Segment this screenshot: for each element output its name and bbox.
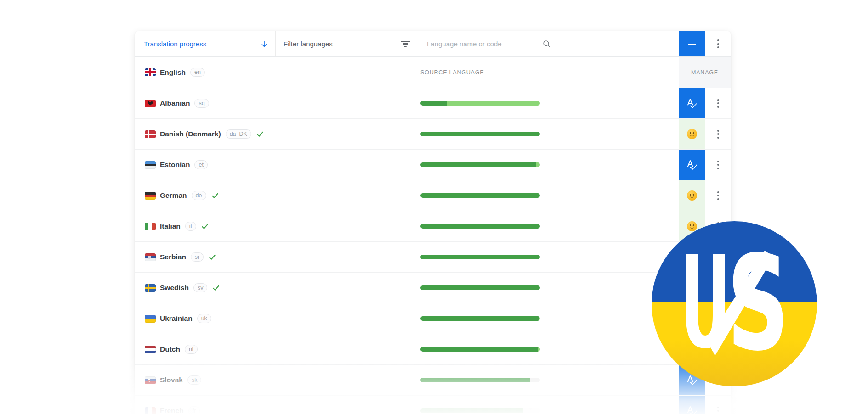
kebab-menu-icon (717, 130, 719, 139)
kebab-menu-icon (717, 99, 719, 108)
language-row[interactable]: Serbiansr (135, 242, 731, 273)
source-language-code-badge: en (190, 68, 205, 77)
language-row[interactable]: Dutchnl (135, 334, 731, 365)
smiley-face-icon (687, 129, 697, 139)
flag-icon-et (145, 161, 156, 169)
kebab-menu-icon (717, 161, 719, 169)
language-row[interactable]: Estonianet (135, 150, 731, 180)
language-name-cell: Albaniansq (135, 99, 209, 108)
translation-progress-bar (420, 285, 540, 290)
source-language-name: English (160, 68, 186, 77)
progress-translated (420, 408, 523, 413)
approved-check-icon (201, 222, 209, 230)
translation-progress-bar (420, 408, 540, 413)
progress-pending (447, 101, 540, 106)
translation-progress-bar (420, 378, 540, 382)
language-code-badge: da_DK (226, 129, 251, 139)
spellcheck-icon (686, 97, 698, 109)
translation-progress-bar (420, 255, 540, 259)
language-row[interactable]: Albaniansq (135, 88, 731, 119)
translation-progress-bar (420, 193, 540, 198)
progress-translated (420, 347, 538, 352)
kebab-menu-icon (717, 39, 719, 48)
translation-progress-bar (420, 132, 540, 136)
reviewed-status-cell (679, 119, 705, 149)
language-name: Ukrainian (160, 314, 193, 323)
add-language-button[interactable] (679, 31, 705, 56)
language-name-cell: Ukrainianuk (135, 314, 211, 323)
approved-check-icon (212, 284, 220, 292)
language-name-cell: Slovaksk (135, 375, 201, 385)
language-name-cell: Swedishsv (135, 283, 220, 292)
kebab-menu-icon (717, 407, 719, 414)
source-language-cell: English en (135, 68, 205, 77)
progress-translated (420, 285, 540, 290)
progress-translated (420, 101, 447, 106)
language-row[interactable]: Ukrainianuk (135, 303, 731, 334)
kebab-menu-icon (717, 191, 719, 200)
language-code-badge: nl (185, 345, 198, 354)
source-language-label: SOURCE LANGUAGE (420, 69, 484, 76)
language-name: Estonian (160, 161, 190, 169)
translation-progress-bar (420, 101, 540, 106)
language-code-badge: sq (194, 99, 209, 108)
language-name-cell: Dutchnl (135, 345, 198, 354)
flag-icon-english (145, 68, 156, 76)
search-input[interactable] (426, 39, 542, 48)
progress-translated (420, 316, 539, 321)
language-row[interactable]: Swedishsv (135, 273, 731, 303)
language-code-badge: sk (187, 375, 202, 385)
flag-icon-it (145, 223, 156, 230)
toolbar-overflow-menu[interactable] (705, 31, 731, 56)
language-row[interactable]: Italianit (135, 211, 731, 242)
language-code-badge: de (192, 191, 206, 200)
progress-pending (538, 347, 540, 352)
language-row[interactable]: Germande (135, 180, 731, 211)
language-code-badge: uk (197, 314, 211, 323)
spellcheck-icon (686, 159, 698, 171)
language-name: Dutch (160, 345, 180, 353)
language-row[interactable]: Danish (Denmark)da_DK (135, 119, 731, 150)
flag-icon-sq (145, 100, 156, 107)
toolbar-spacer (559, 31, 679, 56)
translation-progress-bar (420, 224, 540, 229)
smiley-face-icon (687, 190, 697, 201)
progress-translated (420, 378, 530, 382)
row-overflow-menu[interactable] (705, 88, 731, 118)
progress-translated (420, 132, 540, 136)
approved-check-icon (256, 130, 264, 138)
plus-icon (686, 38, 698, 50)
flag-icon-da_DK (145, 130, 156, 138)
translate-button[interactable] (679, 88, 705, 118)
row-overflow-menu[interactable] (705, 119, 731, 149)
row-overflow-menu[interactable] (705, 396, 731, 414)
flag-icon-sr (145, 253, 156, 261)
translation-progress-bar (420, 347, 540, 352)
flag-icon-fr (145, 407, 156, 414)
language-name: Slovak (160, 376, 183, 384)
sort-dropdown[interactable]: Translation progress (135, 31, 276, 56)
language-name: French (160, 407, 184, 414)
flag-icon-sk (145, 376, 156, 384)
translate-button[interactable] (679, 150, 705, 180)
filter-languages-button[interactable]: Filter languages (276, 31, 419, 56)
row-overflow-menu[interactable] (705, 150, 731, 180)
language-code-badge: it (185, 222, 196, 231)
row-overflow-menu[interactable] (705, 180, 731, 211)
filter-label[interactable]: Filter languages (284, 40, 400, 48)
progress-pending (539, 316, 540, 321)
source-language-row: English en SOURCE LANGUAGE MANAGE (135, 57, 731, 88)
translate-button[interactable] (679, 396, 705, 414)
language-row[interactable]: Frenchfr (135, 396, 731, 414)
language-code-badge: fr (188, 406, 200, 414)
language-code-badge: sv (193, 283, 208, 292)
progress-translated (420, 162, 536, 167)
manage-label: MANAGE (691, 69, 718, 76)
flag-icon-uk (145, 315, 156, 323)
language-row[interactable]: Slovaksk (135, 365, 731, 396)
sort-label[interactable]: Translation progress (144, 40, 260, 48)
toolbar: Translation progress Filter languages (135, 31, 731, 57)
language-name-cell: Estonianet (135, 160, 208, 169)
us-logo-letters: S (652, 221, 817, 386)
translation-progress-bar (420, 162, 540, 167)
